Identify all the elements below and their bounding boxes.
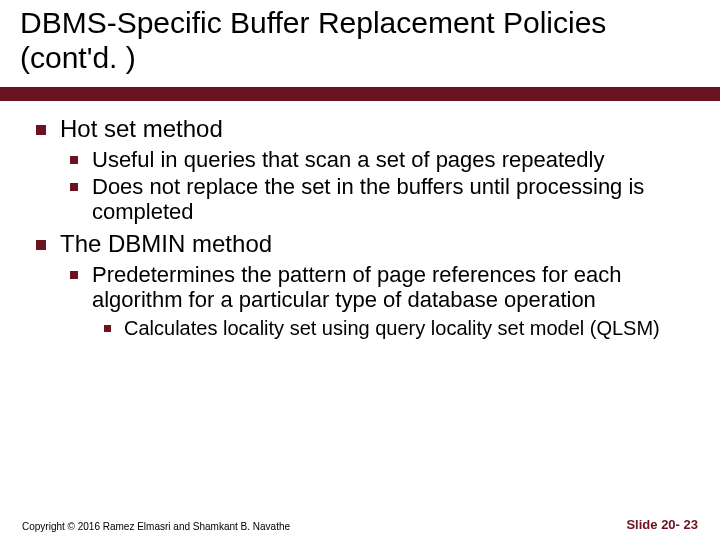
list-item: The DBMIN method Predetermines the patte… xyxy=(28,230,692,339)
slide-title: DBMS-Specific Buffer Replacement Policie… xyxy=(20,6,700,75)
title-area: DBMS-Specific Buffer Replacement Policie… xyxy=(0,0,720,87)
bullet-list-level2: Predetermines the pattern of page refere… xyxy=(60,262,692,340)
list-item-text: Hot set method xyxy=(60,115,223,142)
bullet-list-level1: Hot set method Useful in queries that sc… xyxy=(28,115,692,340)
bullet-icon xyxy=(70,271,78,279)
content-area: Hot set method Useful in queries that sc… xyxy=(0,101,720,340)
list-item-text: Predetermines the pattern of page refere… xyxy=(92,262,622,312)
bullet-list-level2: Useful in queries that scan a set of pag… xyxy=(60,147,692,225)
bullet-icon xyxy=(36,240,46,250)
list-item-text: Calculates locality set using query loca… xyxy=(124,317,660,339)
list-item: Hot set method Useful in queries that sc… xyxy=(28,115,692,224)
bullet-icon xyxy=(104,325,111,332)
slide-number: Slide 20- 23 xyxy=(626,517,698,532)
copyright-text: Copyright © 2016 Ramez Elmasri and Shamk… xyxy=(22,521,290,532)
divider-bar xyxy=(0,87,720,101)
slide: DBMS-Specific Buffer Replacement Policie… xyxy=(0,0,720,540)
list-item: Calculates locality set using query loca… xyxy=(92,317,692,340)
list-item-text: Useful in queries that scan a set of pag… xyxy=(92,147,604,172)
list-item: Does not replace the set in the buffers … xyxy=(60,174,692,225)
list-item: Predetermines the pattern of page refere… xyxy=(60,262,692,340)
bullet-icon xyxy=(70,183,78,191)
list-item: Useful in queries that scan a set of pag… xyxy=(60,147,692,172)
list-item-text: Does not replace the set in the buffers … xyxy=(92,174,644,224)
bullet-icon xyxy=(36,125,46,135)
bullet-icon xyxy=(70,156,78,164)
bullet-list-level3: Calculates locality set using query loca… xyxy=(92,317,692,340)
list-item-text: The DBMIN method xyxy=(60,230,272,257)
footer: Copyright © 2016 Ramez Elmasri and Shamk… xyxy=(0,517,720,532)
